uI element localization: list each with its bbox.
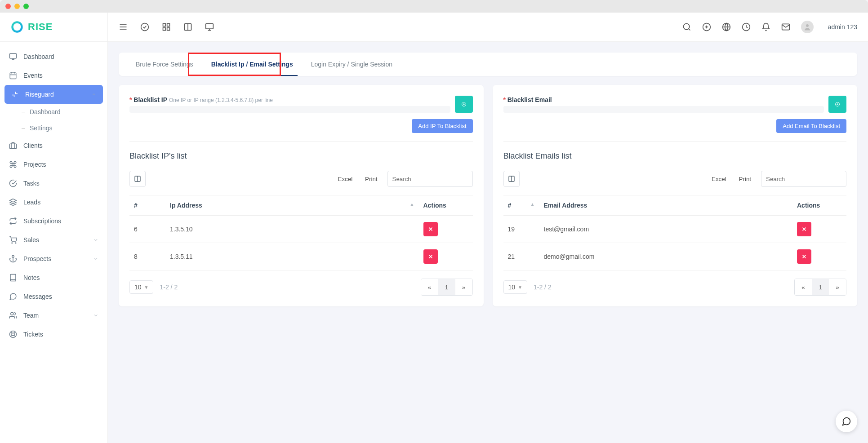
logo[interactable]: RISE (0, 13, 107, 42)
bell-icon[interactable] (761, 22, 770, 31)
logo-text: RISE (28, 21, 53, 33)
chevron-down-icon (93, 237, 98, 243)
column-toggle-button[interactable] (503, 171, 520, 187)
window-maximize-dot[interactable] (23, 4, 29, 9)
blacklist-ip-hint: One IP or IP range (1.2.3.4-5.6.7.8) per… (169, 97, 273, 103)
svg-rect-28 (163, 28, 166, 31)
email-col-email[interactable]: Email Address (539, 195, 793, 216)
page-size-select[interactable]: 10 ▼ (503, 280, 527, 294)
pager-prev-button[interactable]: « (421, 279, 438, 295)
chat-fab[interactable] (836, 411, 857, 432)
tab-blacklist[interactable]: Blacklist Ip / Email Settings (202, 53, 302, 76)
ip-search-box[interactable] (387, 171, 473, 187)
email-list-title: Blacklist Emails list (503, 151, 847, 161)
check-circle-icon[interactable] (140, 22, 149, 31)
sidebar-subitem-rg-settings[interactable]: Settings (0, 120, 107, 136)
sidebar-item-dashboard[interactable]: Dashboard (0, 47, 107, 66)
monitor-icon (9, 53, 17, 61)
pager-page-button[interactable]: 1 (438, 279, 455, 295)
svg-line-17 (11, 332, 12, 333)
page-size-select[interactable]: 10 ▼ (129, 280, 153, 294)
sidebar-item-prospects[interactable]: Prospects (0, 249, 107, 268)
blacklist-ip-label: Blacklist IP (134, 96, 167, 103)
blacklist-email-input[interactable] (503, 106, 824, 113)
ip-search-input[interactable] (392, 176, 468, 182)
mail-icon[interactable] (781, 22, 790, 31)
nav-label: Dashboard (30, 108, 61, 115)
sidebar-item-tasks[interactable]: Tasks (0, 174, 107, 193)
sidebar-item-clients[interactable]: Clients (0, 136, 107, 155)
page-info-label: 1-2 / 2 (534, 284, 552, 291)
command-icon (9, 160, 17, 168)
print-button[interactable]: Print (734, 172, 757, 186)
window-minimize-dot[interactable] (14, 4, 20, 9)
sidebar-item-team[interactable]: Team (0, 306, 107, 325)
columns-icon (134, 175, 141, 182)
delete-button[interactable] (423, 222, 438, 236)
sidebar-item-notes[interactable]: Notes (0, 268, 107, 287)
cell-ip: 1.3.5.10 (165, 216, 419, 243)
window-chrome (0, 0, 868, 13)
add-email-icon-button[interactable] (828, 96, 846, 113)
email-search-box[interactable] (761, 171, 846, 187)
blacklist-ip-input[interactable] (129, 106, 450, 113)
sidebar-item-subscriptions[interactable]: Subscriptions (0, 212, 107, 230)
delete-button[interactable] (423, 249, 438, 264)
sidebar-item-events[interactable]: Events (0, 66, 107, 85)
sidebar-item-leads[interactable]: Leads (0, 193, 107, 212)
nav-label: Dashboard (23, 53, 54, 60)
sidebar-item-riseguard[interactable]: Riseguard (4, 85, 103, 104)
sidebar-item-messages[interactable]: Messages (0, 287, 107, 306)
ip-list-title: Blacklist IP's list (129, 151, 473, 161)
tab-brute-force[interactable]: Brute Force Settings (127, 53, 202, 76)
excel-button[interactable]: Excel (706, 172, 732, 186)
add-ip-icon-button[interactable] (455, 96, 473, 113)
chevron-up-icon (91, 92, 97, 97)
print-button[interactable]: Print (360, 172, 383, 186)
excel-button[interactable]: Excel (333, 172, 358, 186)
username-label[interactable]: admin 123 (828, 23, 857, 31)
nav-label: Tickets (23, 331, 43, 338)
email-search-input[interactable] (766, 176, 842, 182)
delete-button[interactable] (797, 249, 811, 264)
svg-rect-25 (163, 24, 166, 27)
nav-label: Messages (23, 293, 52, 300)
email-col-num[interactable]: #▲ (503, 195, 539, 216)
sidebar-item-tickets[interactable]: Tickets (0, 325, 107, 344)
pager-next-button[interactable]: » (455, 279, 472, 295)
add-ip-button[interactable]: Add IP To Blacklist (412, 119, 472, 133)
plus-circle-icon[interactable] (702, 22, 711, 31)
column-toggle-button[interactable] (129, 171, 146, 187)
pager-page-button[interactable]: 1 (812, 279, 829, 295)
search-icon[interactable] (682, 22, 691, 31)
pager: « 1 » (794, 279, 846, 296)
pager-prev-button[interactable]: « (795, 279, 812, 295)
content-area: Brute Force Settings Blacklist Ip / Emai… (108, 42, 868, 443)
pager-next-button[interactable]: » (829, 279, 846, 295)
nav-label: Clients (23, 142, 43, 149)
grid-icon[interactable] (162, 22, 171, 31)
svg-point-24 (141, 23, 149, 31)
monitor-icon[interactable] (205, 22, 214, 31)
email-col-actions: Actions (792, 195, 846, 216)
ip-col-ip[interactable]: Ip Address▲ (165, 195, 419, 216)
clock-icon[interactable] (742, 22, 751, 31)
columns-icon[interactable] (183, 22, 192, 31)
avatar[interactable] (801, 21, 814, 33)
svg-point-10 (12, 243, 13, 244)
delete-button[interactable] (797, 222, 811, 236)
add-email-button[interactable]: Add Email To Blacklist (776, 119, 846, 133)
ip-col-num[interactable]: # (129, 195, 165, 216)
menu-icon[interactable] (119, 22, 128, 31)
sidebar-item-projects[interactable]: Projects (0, 155, 107, 174)
svg-point-34 (683, 24, 689, 30)
chevron-down-icon (93, 256, 98, 261)
plus-circle-icon (461, 100, 467, 108)
window-close-dot[interactable] (5, 4, 11, 9)
svg-rect-27 (167, 28, 170, 31)
tab-login-expiry[interactable]: Login Expiry / Single Session (302, 53, 401, 76)
sidebar-item-sales[interactable]: Sales (0, 230, 107, 249)
svg-rect-1 (10, 53, 17, 58)
globe-icon[interactable] (722, 22, 731, 31)
sidebar-subitem-rg-dashboard[interactable]: Dashboard (0, 104, 107, 120)
